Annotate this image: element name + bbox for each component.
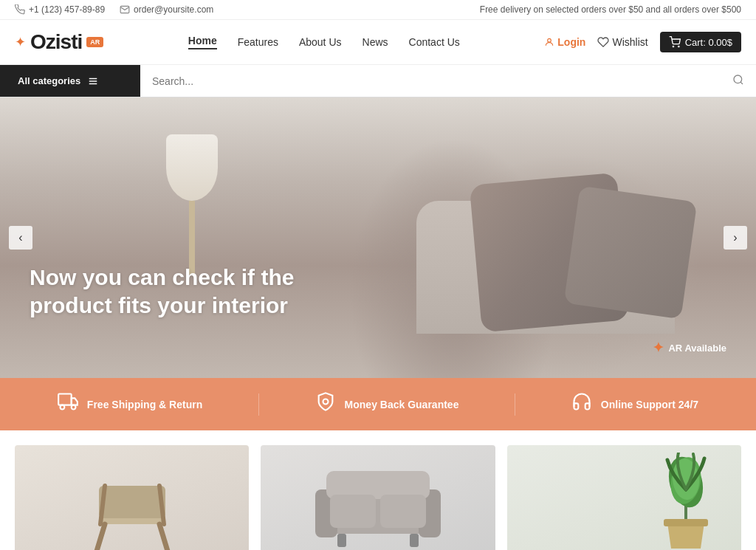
heart-icon (597, 36, 609, 48)
search-bar: All categories (0, 65, 756, 97)
cart-icon (669, 36, 681, 48)
product-card-chairs[interactable]: Chairs (15, 445, 249, 550)
svg-rect-23 (380, 495, 426, 528)
search-button[interactable] (732, 74, 744, 89)
truck-icon (58, 391, 78, 412)
svg-rect-8 (58, 394, 72, 405)
hero-banner: ‹ › Now you can check if the product fit… (0, 97, 756, 378)
svg-rect-13 (99, 486, 165, 518)
hero-headline: Now you can check if the product fits yo… (30, 264, 340, 319)
moneyback-icon (315, 391, 336, 417)
search-input-wrapper (140, 74, 756, 89)
search-icon (732, 74, 744, 86)
feature-shipping: Free Shipping & Return (58, 391, 202, 417)
product-card-sofas[interactable]: Sofas (261, 445, 495, 550)
login-link[interactable]: Login (544, 36, 585, 48)
nav-news[interactable]: News (362, 36, 388, 48)
search-input[interactable] (152, 75, 732, 87)
product-card-accessories[interactable]: Accessories (507, 445, 741, 550)
features-bar: Free Shipping & Return Money Back Guaran… (0, 378, 756, 430)
svg-line-14 (95, 524, 105, 550)
headset-icon (571, 391, 592, 412)
nav-features[interactable]: Features (238, 36, 278, 48)
svg-point-1 (673, 46, 673, 47)
logo[interactable]: ✦ Ozisti AR (15, 30, 103, 54)
hero-next-button[interactable]: › (724, 226, 747, 250)
cart-link[interactable]: Cart: 0.00$ (660, 32, 741, 52)
svg-point-0 (548, 38, 551, 42)
promo-text: Free delivery on selected orders over $5… (480, 4, 741, 15)
logo-ar-icon: ✦ (15, 34, 26, 50)
feature-moneyback: Money Back Guarantee (315, 391, 459, 417)
svg-rect-26 (664, 519, 708, 526)
nav-actions: Login Wishlist Cart: 0.00$ (544, 32, 741, 52)
hero-prev-button[interactable]: ‹ (9, 226, 32, 250)
lamp-decoration (162, 134, 221, 282)
header: ✦ Ozisti AR Home Features About Us News … (0, 20, 756, 65)
nav-contact[interactable]: Contact Us (409, 36, 460, 48)
shield-icon (315, 391, 336, 412)
ar-icon: ✦ (653, 340, 664, 356)
sofa-decoration (416, 142, 697, 334)
phone-icon (15, 4, 25, 15)
support-icon (571, 391, 592, 417)
wishlist-link[interactable]: Wishlist (597, 36, 647, 48)
nav-home[interactable]: Home (188, 35, 217, 49)
ar-available-badge: ✦ AR Available (653, 340, 726, 356)
feature-divider-1 (258, 393, 259, 416)
chair-illustration (84, 471, 180, 550)
hamburger-icon (88, 76, 98, 86)
login-icon (544, 37, 554, 47)
pillow-secondary (564, 186, 698, 320)
svg-point-9 (60, 405, 64, 410)
main-nav: Home Features About Us News Contact Us (188, 35, 460, 49)
svg-line-7 (740, 82, 743, 84)
plant-illustration (649, 453, 723, 550)
categories-button[interactable]: All categories (0, 65, 140, 97)
top-bar-left: +1 (123) 457-89-89 order@yoursite.com (15, 4, 213, 15)
top-bar: +1 (123) 457-89-89 order@yoursite.com Fr… (0, 0, 756, 20)
feature-support-label: Online Support 24/7 (601, 399, 698, 410)
feature-divider-2 (515, 393, 515, 416)
svg-point-11 (323, 399, 328, 405)
nav-about[interactable]: About Us (299, 36, 342, 48)
sofa-illustration (304, 456, 452, 550)
svg-point-6 (734, 75, 742, 83)
hero-text: Now you can check if the product fits yo… (30, 264, 340, 319)
products-grid: Chairs Sofas (0, 430, 756, 550)
svg-point-10 (72, 405, 76, 410)
feature-moneyback-label: Money Back Guarantee (345, 399, 459, 410)
svg-rect-24 (337, 534, 346, 547)
lamp-shade (166, 134, 218, 201)
svg-line-15 (159, 524, 169, 550)
svg-rect-25 (410, 534, 419, 547)
shipping-icon (58, 391, 78, 417)
email-info: order@yoursite.com (120, 4, 213, 15)
feature-support: Online Support 24/7 (571, 391, 698, 417)
phone-info: +1 (123) 457-89-89 (15, 4, 105, 15)
feature-shipping-label: Free Shipping & Return (87, 399, 202, 410)
email-icon (120, 4, 130, 15)
logo-text: Ozisti (30, 30, 82, 54)
logo-ar-badge: AR (86, 37, 103, 47)
svg-point-2 (678, 46, 678, 47)
svg-rect-22 (330, 495, 376, 528)
